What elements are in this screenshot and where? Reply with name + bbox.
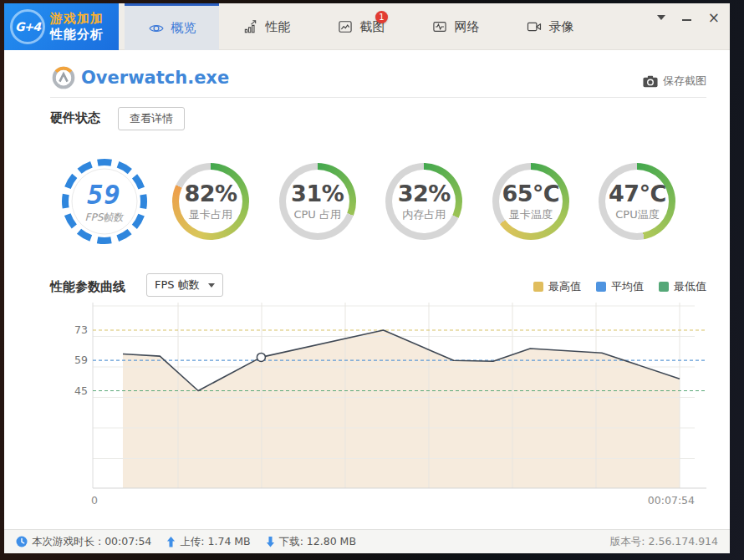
overwatch-logo-icon	[51, 65, 76, 90]
page-title: Overwatch.exe	[81, 68, 229, 88]
session-duration-text: 本次游戏时长 : 00:07:54	[32, 535, 151, 549]
arrow-down-icon	[266, 537, 275, 547]
tab-overview[interactable]: 概览	[125, 3, 219, 50]
save-screenshot-label: 保存截图	[663, 74, 706, 89]
gauge-label: 显卡温度	[509, 207, 553, 222]
svg-text:0: 0	[91, 494, 98, 507]
record-icon	[526, 18, 543, 35]
legend-min[interactable]: 最低值	[659, 279, 706, 294]
performance-icon	[242, 18, 259, 35]
tab-performance[interactable]: 性能	[219, 3, 313, 50]
camera-icon	[643, 75, 658, 88]
gauge-memory-usage[interactable]: 32% 内存占用	[371, 152, 477, 251]
gauge-label: CPU温度	[615, 207, 659, 222]
tab-screenshot[interactable]: 截图 1	[313, 3, 408, 50]
gauge-gpu-temp[interactable]: 65℃ 显卡温度	[477, 152, 583, 251]
game-title-row: Overwatch.exe	[51, 65, 229, 90]
legend-max[interactable]: 最高值	[533, 279, 581, 294]
tab-label: 性能	[266, 19, 291, 35]
gauge-ring: 82% 显卡占用	[172, 163, 249, 240]
minimize-icon[interactable]	[682, 19, 691, 21]
header-bar: G+4 游戏加加 性能分析 概览 性能	[4, 3, 730, 50]
gauge-value: 32%	[398, 181, 451, 206]
gauge-cpu-usage[interactable]: 31% CPU 占用	[264, 152, 370, 251]
chevron-down-icon	[208, 283, 215, 291]
app-window: G+4 游戏加加 性能分析 概览 性能	[4, 3, 730, 553]
legend-avg-label: 平均值	[611, 279, 644, 294]
legend-max-label: 最高值	[548, 279, 581, 294]
gauge-gpu-usage[interactable]: 82% 显卡占用	[158, 152, 264, 251]
svg-text:45: 45	[74, 384, 88, 397]
legend-min-label: 最低值	[674, 279, 706, 294]
legend-avg-swatch	[596, 282, 606, 292]
gauge-value: 47℃	[609, 181, 666, 206]
arrow-up-icon	[166, 537, 176, 547]
status-bar: 本次游戏时长 : 00:07:54 上传: 1.74 MB 下载: 12.80 …	[4, 529, 730, 553]
hardware-status-heading: 硬件状态	[50, 110, 100, 126]
gauge-cpu-temp[interactable]: 47℃ CPU温度	[584, 152, 690, 251]
app-logo: G+4 游戏加加 性能分析	[4, 3, 119, 50]
gauge-label: 内存占用	[402, 207, 446, 222]
gauge-ring: 65℃ 显卡温度	[492, 163, 569, 240]
version-text: 版本号: 2.56.174.914	[610, 535, 718, 549]
title-divider	[50, 97, 706, 98]
gauge-value: 65℃	[502, 181, 559, 206]
brand-line1: 游戏加加	[50, 11, 104, 27]
gauge-label: CPU 占用	[293, 207, 341, 222]
tab-label: 录像	[549, 19, 574, 35]
gauge-ring: 47℃ CPU温度	[599, 163, 675, 240]
gauge-row: 59 FPS帧数 82% 显卡占用 31% CPU 占用	[51, 152, 690, 251]
metric-dropdown-value: FPS 帧数	[155, 277, 200, 293]
save-screenshot-button[interactable]: 保存截图	[643, 74, 706, 89]
svg-text:73: 73	[74, 323, 88, 336]
screenshot-icon	[337, 18, 354, 35]
brand-text: 游戏加加 性能分析	[50, 11, 104, 43]
gauge-fps[interactable]: 59 FPS帧数	[51, 152, 157, 251]
tab-record[interactable]: 录像	[502, 3, 597, 50]
view-details-button[interactable]: 查看详情	[118, 107, 185, 130]
upload-text: 上传: 1.74 MB	[180, 535, 250, 549]
gauge-label: FPS帧数	[85, 211, 124, 225]
legend-min-swatch	[659, 282, 669, 292]
upload-stat: 上传: 1.74 MB	[166, 535, 250, 549]
download-text: 下载: 12.80 MB	[279, 535, 356, 549]
metric-dropdown[interactable]: FPS 帧数	[146, 273, 223, 297]
svg-text:00:07:54: 00:07:54	[648, 494, 695, 507]
tab-bar: 概览 性能 截图 1	[119, 3, 597, 50]
clock-icon	[16, 536, 28, 547]
close-icon[interactable]: ×	[708, 12, 720, 23]
logo-badge-icon: G+4	[10, 9, 45, 44]
session-duration: 本次游戏时长 : 00:07:54	[16, 535, 151, 549]
window-menu-icon[interactable]	[657, 15, 665, 24]
curve-section-heading: 性能参数曲线	[50, 279, 125, 295]
network-icon	[431, 18, 448, 35]
gauge-value: 59	[87, 179, 121, 211]
chart-legend: 最高值 平均值 最低值	[533, 279, 706, 294]
download-stat: 下载: 12.80 MB	[266, 535, 356, 549]
gauge-ring: 32% 内存占用	[385, 163, 462, 240]
gauge-label: 显卡占用	[189, 207, 232, 222]
svg-text:59: 59	[74, 354, 88, 366]
window-controls: ×	[657, 11, 720, 24]
eye-icon	[148, 20, 165, 37]
brand-line2: 性能分析	[50, 27, 104, 43]
screenshot-count-badge: 1	[375, 11, 388, 23]
fps-dashed-ring: 59 FPS帧数	[61, 158, 148, 245]
gauge-value: 31%	[291, 181, 344, 206]
legend-max-swatch	[533, 282, 543, 292]
performance-line-chart: 735945000:07:54	[4, 298, 730, 513]
gauge-value: 82%	[185, 181, 237, 206]
gauge-ring: 31% CPU 占用	[279, 163, 356, 240]
tab-network[interactable]: 网络	[408, 3, 502, 50]
tab-label: 网络	[455, 19, 480, 35]
tab-label: 概览	[171, 20, 196, 36]
legend-avg[interactable]: 平均值	[596, 279, 644, 294]
